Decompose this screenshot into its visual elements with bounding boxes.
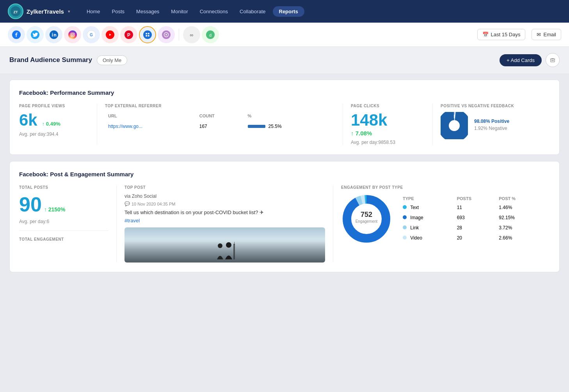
eng-posts-link: 28 bbox=[454, 223, 496, 233]
performance-card: Facebook: Performance Summary PAGE PROFI… bbox=[9, 80, 560, 155]
svg-text:G: G bbox=[90, 33, 93, 37]
feedback-section: POSITIVE VS NEGATIVE FEEDBACK bbox=[433, 104, 550, 145]
svg-rect-17 bbox=[146, 33, 147, 34]
social-extra1[interactable] bbox=[158, 26, 175, 43]
svg-text:P: P bbox=[127, 32, 130, 37]
svg-rect-18 bbox=[148, 33, 149, 34]
image-dot bbox=[403, 215, 407, 219]
svg-point-34 bbox=[451, 122, 457, 129]
nav-monitor[interactable]: Monitor bbox=[166, 6, 192, 17]
total-posts-avg: Avg. per day:6 bbox=[19, 219, 108, 224]
message-icon: 💬 bbox=[124, 201, 130, 206]
link-dot bbox=[403, 225, 407, 229]
pie-container: 98.08% Positive 1.92% Negative bbox=[441, 112, 542, 139]
svg-text:ZT: ZT bbox=[14, 10, 18, 14]
social-instagram[interactable] bbox=[64, 26, 81, 43]
nav-home[interactable]: Home bbox=[82, 6, 105, 17]
silhouette-icon bbox=[209, 240, 240, 259]
calendar-icon: 📅 bbox=[482, 32, 489, 37]
social-twitter[interactable] bbox=[27, 26, 44, 43]
only-me-badge[interactable]: Only Me bbox=[97, 55, 127, 65]
nav-collaborate[interactable]: Collaborate bbox=[235, 6, 270, 17]
page-profile-views-label: PAGE PROFILE VIEWS bbox=[19, 104, 89, 108]
ref-col-count: COUNT bbox=[196, 112, 245, 121]
delete-button[interactable] bbox=[546, 53, 560, 67]
pie-legend: 98.08% Positive 1.92% Negative bbox=[474, 119, 509, 133]
engagement-card: Facebook: Post & Engagement Summary TOTA… bbox=[9, 161, 560, 272]
eng-col-type: TYPE bbox=[400, 195, 454, 202]
page-clicks-avg: Avg. per day:9858.53 bbox=[351, 140, 425, 145]
svg-rect-20 bbox=[148, 35, 149, 36]
social-youtube[interactable] bbox=[101, 26, 119, 43]
referrer-table: URL COUNT % https://www.go... 167 bbox=[105, 112, 335, 131]
table-row: Text 11 1.46% bbox=[400, 202, 542, 213]
post-type-label: ENGAGEMENT BY POST TYPE bbox=[341, 185, 542, 190]
svg-point-37 bbox=[226, 242, 231, 248]
eng-type-link: Link bbox=[400, 223, 454, 233]
eng-type-image: Image bbox=[400, 213, 454, 223]
social-check[interactable]: d bbox=[202, 26, 219, 43]
page-profile-views-avg: Avg. per day:394.4 bbox=[19, 131, 89, 137]
nav-posts[interactable]: Posts bbox=[107, 6, 130, 17]
top-post-label: TOP POST bbox=[124, 185, 325, 190]
social-facebook[interactable] bbox=[8, 26, 25, 43]
eng-col-posts: POSTS bbox=[454, 195, 496, 202]
eng-col-pct: POST % bbox=[496, 195, 542, 202]
eng-type-text: Text bbox=[400, 202, 454, 213]
brand[interactable]: ZT ZylkerTravels ▾ bbox=[8, 4, 70, 19]
svg-text:d: d bbox=[209, 32, 212, 37]
performance-title: Facebook: Performance Summary bbox=[19, 89, 550, 96]
performance-grid: PAGE PROFILE VIEWS 6k ↑ 0.49% Avg. per d… bbox=[19, 104, 550, 145]
table-row: https://www.go... 167 25.5% bbox=[105, 121, 335, 131]
email-label: Email bbox=[543, 32, 556, 37]
date-filter-label: Last 15 Days bbox=[491, 32, 521, 37]
total-engagement-label: TOTAL ENGAGEMENT bbox=[19, 237, 108, 241]
svg-rect-5 bbox=[52, 34, 53, 36]
social-bar-right: 📅 Last 15 Days ✉ Email bbox=[477, 29, 561, 40]
donut-chart: 752 Engagement bbox=[341, 193, 392, 244]
eng-pct-image: 92.15% bbox=[496, 213, 542, 223]
social-bar: G P ∞ d 📅 Last 15 Days bbox=[0, 23, 569, 47]
nav-links: Home Posts Messages Monitor Connections … bbox=[82, 6, 561, 17]
date-filter[interactable]: 📅 Last 15 Days bbox=[477, 29, 526, 40]
add-cards-button[interactable]: + Add Cards bbox=[500, 54, 542, 66]
main-content: Facebook: Performance Summary PAGE PROFI… bbox=[0, 73, 569, 278]
top-post-text: Tell us which destination is on your pos… bbox=[124, 209, 325, 215]
feedback-label: POSITIVE VS NEGATIVE FEEDBACK bbox=[441, 104, 542, 108]
social-pinterest[interactable]: P bbox=[120, 26, 137, 43]
donut-wrap: 752 Engagement TYPE POSTS POST % bbox=[341, 193, 542, 244]
brand-logo: ZT bbox=[8, 4, 23, 19]
svg-rect-38 bbox=[233, 244, 235, 259]
top-referrer-section: TOP EXTERNAL REFERRER URL COUNT % https:… bbox=[97, 104, 343, 145]
nav-reports[interactable]: Reports bbox=[273, 6, 304, 17]
header-actions: + Add Cards bbox=[500, 53, 560, 67]
total-posts-section: TOTAL POSTS 90 ↑ 2150% Avg. per day:6 TO… bbox=[19, 185, 117, 263]
brand-chevron: ▾ bbox=[68, 9, 70, 14]
top-post-via: via Zoho Social bbox=[124, 193, 325, 199]
post-type-section: ENGAGEMENT BY POST TYPE bbox=[333, 185, 550, 263]
social-linkedin[interactable] bbox=[45, 26, 62, 43]
navbar: ZT ZylkerTravels ▾ Home Posts Messages M… bbox=[0, 0, 569, 23]
brand-name: ZylkerTravels bbox=[27, 8, 64, 15]
page-clicks-value: 148k bbox=[351, 112, 387, 128]
ref-bar bbox=[248, 125, 265, 128]
social-all[interactable] bbox=[139, 26, 156, 43]
nav-messages[interactable]: Messages bbox=[132, 6, 164, 17]
svg-point-36 bbox=[218, 243, 222, 248]
page-profile-views-value: 6k bbox=[19, 112, 37, 128]
table-row: Video 20 2.66% bbox=[400, 233, 542, 243]
email-button[interactable]: ✉ Email bbox=[532, 29, 561, 40]
eng-pct-link: 3.72% bbox=[496, 223, 542, 233]
svg-rect-39 bbox=[234, 242, 235, 245]
text-dot bbox=[403, 205, 407, 209]
total-posts-label: TOTAL POSTS bbox=[19, 185, 108, 190]
nav-connections[interactable]: Connections bbox=[195, 6, 233, 17]
social-google[interactable]: G bbox=[83, 26, 100, 43]
top-post-time: 💬 10 Nov 2020 04:35 PM bbox=[124, 201, 325, 206]
donut-total: 752 bbox=[361, 211, 372, 218]
page-title: Brand Audience Summary bbox=[9, 56, 92, 64]
ref-url-link[interactable]: https://www.go... bbox=[108, 124, 142, 129]
post-image bbox=[124, 227, 325, 263]
table-row: Link 28 3.72% bbox=[400, 223, 542, 233]
social-chain[interactable]: ∞ bbox=[183, 26, 200, 43]
